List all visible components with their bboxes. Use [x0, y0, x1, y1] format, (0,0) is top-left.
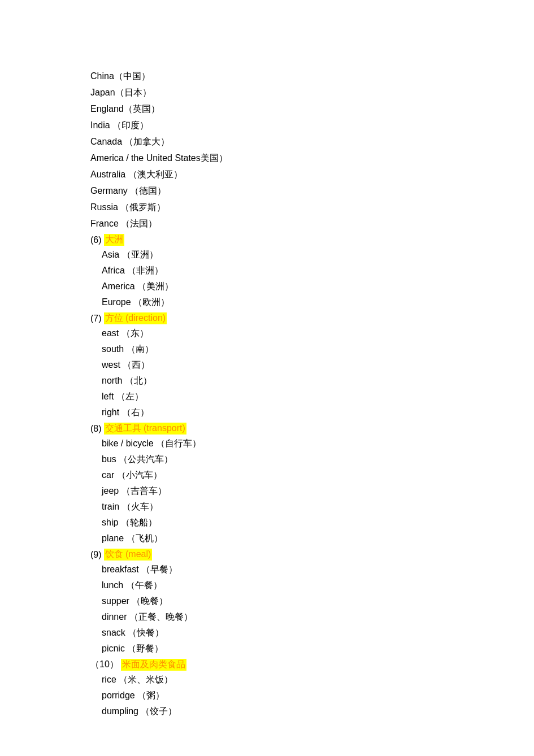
section10-number: （10） — [90, 659, 119, 671]
section8-label: 交通工具 (transport) — [104, 423, 186, 435]
section7-number: (7) — [90, 314, 102, 324]
section6-header: (6) 大洲 — [90, 234, 486, 246]
section9-items: breakfast （早餐） lunch （午餐） supper （晚餐） di… — [90, 562, 486, 657]
country-russia: Russia （俄罗斯） — [90, 199, 486, 215]
section10-label: 米面及肉类食品 — [121, 659, 186, 671]
continent-america: America （美洲） — [90, 279, 486, 294]
transport-train: train （火车） — [90, 499, 486, 515]
section10-header: （10） 米面及肉类食品 — [90, 659, 486, 671]
country-canada: Canada （加拿大） — [90, 134, 486, 150]
section8-header: (8) 交通工具 (transport) — [90, 423, 486, 435]
section8-number: (8) — [90, 424, 102, 434]
food-dumpling: dumpling （饺子） — [90, 703, 486, 719]
transport-bike: bike / bicycle （自行车） — [90, 436, 486, 451]
direction-right: right （右） — [90, 405, 486, 420]
section9-header: (9) 饮食 (meal) — [90, 549, 486, 561]
food-rice: rice （米、米饭） — [90, 672, 486, 688]
transport-ship: ship （轮船） — [90, 515, 486, 531]
country-australia: Australia （澳大利亚） — [90, 167, 486, 183]
section7-items: east （东） south （南） west （西） north （北） le… — [90, 325, 486, 420]
transport-plane: plane （飞机） — [90, 531, 486, 546]
main-content: China（中国） Japan（日本） England（英国） India （印… — [90, 68, 486, 719]
direction-south: south （南） — [90, 341, 486, 357]
direction-left: left （左） — [90, 389, 486, 405]
continent-europe: Europe （欧洲） — [90, 294, 486, 310]
meal-dinner: dinner （正餐、晚餐） — [90, 609, 486, 625]
continent-africa: Africa （非洲） — [90, 263, 486, 279]
meal-lunch: lunch （午餐） — [90, 577, 486, 593]
country-england: England（英国） — [90, 101, 486, 117]
direction-north: north （北） — [90, 373, 486, 389]
continent-asia: Asia （亚洲） — [90, 247, 486, 263]
section6-items: Asia （亚洲） Africa （非洲） America （美洲） Europ… — [90, 247, 486, 310]
section6-number: (6) — [90, 235, 102, 245]
meal-picnic: picnic （野餐） — [90, 641, 486, 657]
transport-car: car （小汽车） — [90, 467, 486, 483]
section9-number: (9) — [90, 550, 102, 560]
food-porridge: porridge （粥） — [90, 688, 486, 703]
country-china: China（中国） — [90, 68, 486, 84]
direction-east: east （东） — [90, 325, 486, 341]
direction-west: west （西） — [90, 357, 486, 373]
country-india: India （印度） — [90, 118, 486, 133]
section9-label: 饮食 (meal) — [104, 549, 153, 561]
section7-header: (7) 方位 (direction) — [90, 312, 486, 324]
meal-supper: supper （晚餐） — [90, 593, 486, 609]
section10-items: rice （米、米饭） porridge （粥） dumpling （饺子） — [90, 672, 486, 719]
section8-items: bike / bicycle （自行车） bus （公共汽车） car （小汽车… — [90, 436, 486, 546]
country-germany: Germany （德国） — [90, 183, 486, 199]
transport-jeep: jeep （吉普车） — [90, 483, 486, 499]
countries-list: China（中国） Japan（日本） England（英国） India （印… — [90, 68, 486, 232]
section7-label: 方位 (direction) — [104, 312, 167, 324]
meal-breakfast: breakfast （早餐） — [90, 562, 486, 577]
transport-bus: bus （公共汽车） — [90, 451, 486, 467]
country-france: France （法国） — [90, 216, 486, 232]
section6-label: 大洲 — [104, 234, 124, 246]
meal-snack: snack （快餐） — [90, 625, 486, 641]
country-america: America / the United States美国） — [90, 150, 486, 166]
country-japan: Japan（日本） — [90, 85, 486, 101]
